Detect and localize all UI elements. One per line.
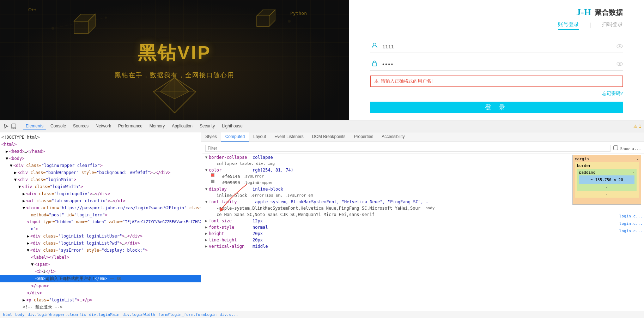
prop-va-toggle[interactable]: ▶ (205, 243, 207, 250)
forgot-row: 忘记密码? (370, 90, 623, 97)
dom-line[interactable]: ▼<div class="sysError" style="display: b… (0, 247, 201, 254)
dom-line[interactable]: ▼<div class="loginWidth"> (0, 183, 201, 190)
prop-fst-toggle[interactable]: ▶ (205, 224, 207, 230)
prop-color-sub1: #fe514a .sysError (205, 173, 570, 180)
dom-line[interactable]: ▶<div class="loginLogoDiv">…</div> (0, 190, 201, 197)
box-model: margin- border- padding- ~ 135.750 × 20 … (572, 155, 641, 205)
dom-line-highlighted[interactable]: <em>请输入正确格式的用户名!</em> == $0 (0, 275, 201, 282)
computed-props-area: Show a... margin- border- padding- (201, 142, 644, 311)
cursor-tool-icon[interactable] (3, 123, 9, 130)
styles-tab-eventlisteners[interactable]: Event Listeners (270, 132, 308, 142)
tab-elements[interactable]: Elements (23, 122, 46, 130)
prop-display-toggle[interactable]: ▼ (205, 186, 207, 192)
dom-line[interactable]: ▼<div class="loginMain"> (0, 176, 201, 183)
dom-line[interactable]: ▶<head>…</head> (0, 148, 201, 155)
dom-line[interactable]: ▶<p class="loginList">…</p> (0, 296, 201, 304)
styles-tab-layout[interactable]: Layout (249, 132, 270, 142)
svg-point-20 (619, 63, 621, 65)
dom-line[interactable]: ▶<div class="bankWrapper" style="backgro… (0, 169, 201, 176)
devtools: Elements Console Sources Network Perform… (0, 120, 644, 318)
error-icon: ⚠ (374, 78, 379, 84)
prop-toggle[interactable]: ▼ (205, 154, 207, 161)
tab-memory[interactable]: Memory (147, 122, 168, 130)
bc-loginwidth[interactable]: div.loginWidth (122, 312, 155, 317)
bc-form[interactable]: form#login_form.formLogin (158, 312, 217, 317)
prop-fontfamily: ▼ font-family -apple-system, BlinkMacSys… (205, 199, 570, 205)
padding-layer: padding- ~ 135.750 × 20 - (577, 169, 637, 191)
prop-lineheight: ▶ line-height 20px (205, 237, 641, 243)
styles-tab-accessibility[interactable]: Accessibility (377, 132, 409, 142)
styles-tab-dombreakpoints[interactable]: DOM Breakpoints (308, 132, 350, 142)
user-icon (370, 42, 379, 50)
login-button[interactable]: 登 录 (370, 102, 623, 113)
bc-loginwrapper[interactable]: div.loginWrapper.clearfix (28, 312, 86, 317)
prop-fontsize: ▶ font-size 12px (205, 218, 641, 224)
side-link-2[interactable]: login.c... (619, 221, 643, 226)
box-deco-1 (71, 11, 99, 39)
styles-panel: Styles Computed Layout Event Listeners D… (201, 132, 644, 311)
margin-layer: margin- border- padding- ~ 135.750 × 20 … (573, 155, 641, 204)
bc-body[interactable]: body (15, 312, 25, 317)
prop-h-toggle[interactable]: ▶ (205, 230, 207, 237)
svg-point-3 (288, 20, 291, 23)
dom-line[interactable]: ▶<div class="loginList loginListPwd">…</… (0, 240, 201, 247)
tab-application[interactable]: Application (169, 122, 195, 130)
styles-tab-properties[interactable]: Properties (350, 132, 378, 142)
tab-security[interactable]: Security (197, 122, 218, 130)
content-size: ~ 135.750 × 20 (590, 178, 623, 182)
devtools-body: <!DOCTYPE html> <html> ▶<head>…</head> ▼… (0, 132, 644, 311)
box-deco-2 (254, 7, 279, 32)
filter-input[interactable] (205, 145, 610, 152)
svg-rect-12 (257, 16, 269, 26)
diamond-icon (139, 74, 210, 116)
username-input[interactable] (382, 43, 616, 49)
tab-lighthouse[interactable]: Lighthouse (219, 122, 245, 130)
dom-panel[interactable]: <!DOCTYPE html> <html> ▶<head>…</head> ▼… (0, 132, 201, 311)
color-swatch-1 (211, 173, 214, 177)
tab-console[interactable]: Console (48, 122, 69, 130)
prop-display-sub: inline-block .errorTips em, .sysError em (205, 192, 570, 199)
login-logo: J-H 聚合数据 (370, 7, 623, 18)
banner: Python C++ 黑钻VIP 黑钻在手，数据我有，全网接口随心用 (0, 0, 349, 120)
dom-line[interactable]: ▶<ul class="tab-wrapper clearfix">…</ul> (0, 197, 201, 204)
styles-tab-computed[interactable]: Computed (221, 132, 249, 142)
prop-color-toggle[interactable]: ▼ (205, 167, 207, 173)
dom-line: </div> (0, 289, 201, 296)
forgot-link[interactable]: 忘记密码? (602, 90, 623, 97)
device-tool-icon[interactable] (11, 123, 17, 130)
show-all-checkbox[interactable] (613, 145, 618, 150)
dom-line[interactable]: ▼<div class="loginWrapper clearfix"> (0, 162, 201, 169)
tab-scan[interactable]: 扫码登录 (602, 21, 623, 30)
tab-performance[interactable]: Performance (115, 122, 145, 130)
prop-color-sub2: #909090 .loginWrapper (205, 180, 570, 186)
dom-line: <i>1</i> (0, 268, 201, 275)
warning-icon: ⚠ (633, 124, 637, 129)
dom-line: method="post" id="login_form"> (0, 211, 201, 218)
styles-tab-styles[interactable]: Styles (201, 132, 221, 142)
dom-line[interactable]: ▼<form action="https://passport.juhe.cn/… (0, 204, 201, 211)
tab-sources[interactable]: Sources (70, 122, 91, 130)
dom-line[interactable]: ▼<body> (0, 155, 201, 162)
username-row (370, 40, 623, 53)
dom-line[interactable]: ▼<span> (0, 261, 201, 268)
side-link-1[interactable]: login.c... (619, 214, 643, 218)
dom-line[interactable]: ▶<div class="loginList loginListUser">…<… (0, 233, 201, 240)
border-layer: border- padding- ~ 135.750 × 20 - - (575, 162, 639, 198)
login-tabs: 账号登录 | 扫码登录 (370, 21, 623, 33)
side-link-3[interactable]: login.c... (619, 229, 643, 233)
tab-account[interactable]: 账号登录 (558, 21, 579, 30)
filter-row: Show a... (202, 143, 644, 154)
prop-fs-toggle[interactable]: ▶ (205, 218, 207, 224)
password-eye-icon[interactable] (616, 61, 623, 67)
styles-tabs: Styles Computed Layout Event Listeners D… (201, 132, 644, 142)
password-input[interactable] (382, 61, 616, 67)
bc-html[interactable]: html (3, 312, 12, 317)
bc-loginmain[interactable]: div.loginMain (89, 312, 119, 317)
lock-icon (370, 60, 379, 68)
tab-network[interactable]: Network (93, 122, 114, 130)
prop-ff-toggle[interactable]: ▼ (205, 199, 207, 205)
eye-icon[interactable] (616, 43, 623, 50)
prop-lh-toggle[interactable]: ▶ (205, 237, 207, 243)
bc-divs[interactable]: div.s... (220, 312, 238, 317)
login-error: ⚠ 请输入正确格式的用户名! (370, 76, 623, 87)
